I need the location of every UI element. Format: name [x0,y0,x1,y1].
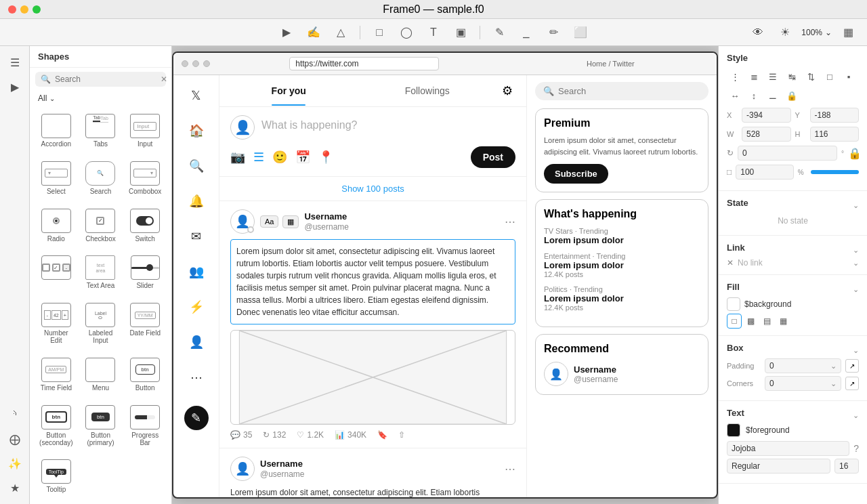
close-dot[interactable] [8,5,16,14]
mock-post-1-retweet[interactable]: ↻ 132 [263,430,286,440]
post-button[interactable]: Post [471,146,515,168]
mock-nav-home-icon[interactable]: 🏠 [184,119,209,143]
mock-nav-twitter-icon[interactable]: 𝕏 [184,83,209,108]
search-clear-icon[interactable]: ✕ [161,75,167,84]
image-tool-icon[interactable]: ▣ [450,22,471,43]
rp-lock-icon[interactable]: 🔒 [784,87,800,104]
rp-link-expand-icon[interactable]: ⌄ [853,259,859,268]
mock-nav-lightning-icon[interactable]: ⚡ [184,295,209,319]
rp-align-left-icon[interactable]: ⋮ [727,68,743,85]
rp-w-value[interactable]: 528 [742,127,791,142]
mock-show-posts-banner[interactable]: Show 100 posts [219,177,526,201]
shape-item-combobox[interactable]: ▾ Combobox [124,157,166,202]
rp-shrink-icon[interactable]: ▪ [841,68,857,85]
compose-image-icon[interactable]: 📷 [230,150,245,165]
shape-item-button[interactable]: btn Button [124,354,166,398]
rp-font-size-value[interactable]: 16 [834,459,859,474]
shape-item-labeledinput[interactable]: Label Labeled Input [80,299,122,351]
sun-icon[interactable]: ☀ [774,22,796,43]
plugins-icon[interactable]: ★ [4,477,26,499]
mock-post-1-comment[interactable]: 💬 35 [230,430,252,440]
mock-nav-bell-icon[interactable]: 🔔 [184,189,209,213]
mock-post-1-bookmark[interactable]: 🔖 [377,430,387,440]
text-tool-icon[interactable]: T [423,22,444,43]
subscribe-button[interactable]: Subscribe [544,164,608,184]
canvas-area[interactable]: https://twitter.com Home / Twitter 𝕏 🏠 🔍… [172,46,718,504]
mock-nav-compose-icon[interactable]: ✎ [184,406,209,430]
rp-state-chevron-icon[interactable]: ⌄ [853,201,859,210]
rp-expand-icon[interactable]: □ [822,68,838,85]
components-icon[interactable]: ⨁ [4,428,26,450]
shape-item-slider[interactable]: Slider [124,251,166,296]
shape-item-textarea[interactable]: text area Text Area [80,251,122,296]
rp-font-question-icon[interactable]: ? [853,443,859,454]
layout-icon[interactable]: ▦ [837,22,859,43]
rp-link-x-icon[interactable]: ✕ [727,258,734,268]
rp-flip-h-icon[interactable]: ↔ [727,87,743,104]
shapes-search-input[interactable] [55,75,156,84]
shape-item-switch[interactable]: Switch [124,205,166,249]
rp-padding-expand-icon[interactable]: ⌄ [830,362,837,371]
rp-fill-solid-icon[interactable]: □ [727,314,742,329]
maximize-dot[interactable] [33,5,41,14]
rp-align-right-icon[interactable]: ☰ [765,68,781,85]
shape-item-menu[interactable]: Menu [80,354,122,398]
rp-rotation-value[interactable]: 0 [738,146,837,161]
mock-compose-input[interactable]: What is happening? [261,115,515,135]
rp-text-chevron-icon[interactable]: ⌄ [853,411,859,420]
mock-nav-person-icon[interactable]: 👤 [184,330,209,354]
shape-item-checkbox[interactable]: ✓ Checkbox [80,205,122,249]
format-aa-button[interactable]: Aa [260,215,278,228]
compose-list-icon[interactable]: ☰ [253,150,264,165]
rp-text-color-swatch[interactable] [727,423,740,437]
rp-padding-value[interactable]: 0 ⌄ [765,358,841,373]
rp-arrange-icon[interactable]: ⚊ [765,87,781,104]
rp-corners-expand-button[interactable]: ↗ [845,377,859,390]
rp-h-value[interactable]: 116 [810,127,860,142]
shape-item-accordion[interactable]: Accordion [35,110,77,154]
rp-font-name[interactable]: Jojoba [727,441,849,456]
mock-post-1-menu-icon[interactable]: ⋯ [505,215,515,228]
rp-box-chevron-icon[interactable]: ⌄ [853,346,859,355]
compose-calendar-icon[interactable]: 📅 [295,150,310,165]
menu-icon[interactable]: ☰ [4,51,26,73]
mock-url-bar[interactable]: https://twitter.com [289,57,438,70]
rectangle-tool-icon[interactable]: □ [368,22,390,43]
right-search-input[interactable] [558,86,700,96]
rp-align-center-icon[interactable]: ≣ [746,68,762,85]
mock-nav-mail-icon[interactable]: ✉ [184,224,209,249]
circle-tool-icon[interactable]: ◯ [396,22,417,43]
rp-x-value[interactable]: -394 [742,108,791,123]
minimize-dot[interactable] [20,5,28,14]
rp-fill-gradient-icon[interactable]: ▩ [743,314,758,329]
play-icon[interactable]: ▶ [4,76,26,98]
shape-item-button-secondary[interactable]: btn Button (seconday) [35,401,77,453]
rp-distribute-h-icon[interactable]: ↹ [784,68,800,85]
mock-tab-followings[interactable]: Followings [358,76,497,106]
shape-item-select[interactable]: ▾ Select [35,157,77,202]
format-grid-button[interactable]: ▦ [282,215,299,228]
shape-item-radio[interactable]: Radio [35,205,77,249]
eraser-tool-icon[interactable]: ⬜ [570,22,591,43]
zoom-control[interactable]: 100% ⌄ [801,28,832,37]
shape-tool-icon[interactable]: △ [330,22,352,43]
layers-icon[interactable]: ⸅ [4,404,26,425]
rp-opacity-value[interactable]: 100 [736,165,793,180]
shapes-search-box[interactable]: 🔍 ✕ [35,72,166,87]
mock-right-search[interactable]: 🔍 [535,82,709,100]
mock-nav-people-icon[interactable]: 👥 [184,259,209,284]
mock-post-1-share[interactable]: ⇧ [398,430,405,440]
shape-item-input[interactable]: Input Input [124,110,166,154]
compose-location-icon[interactable]: 📍 [318,150,333,165]
pen-tool-icon[interactable]: ✎ [488,22,510,43]
rp-link-chevron-icon[interactable]: ⌄ [853,246,859,255]
rp-distribute-v-icon[interactable]: ⇅ [803,68,819,85]
rp-opacity-slider[interactable] [811,170,859,174]
shape-item-tooltip[interactable]: ToolTip Tooltip [35,455,77,500]
shape-item-checkbox2[interactable]: ✓ - [35,251,77,296]
shape-item-timefield[interactable]: AM/PM Time Field [35,354,77,398]
rp-fill-chevron-icon[interactable]: ⌄ [853,285,859,294]
preview-icon[interactable]: 👁 [747,22,769,43]
rp-fill-image-icon[interactable]: ▦ [776,314,790,329]
shape-item-tabs[interactable]: Tab Tab Tabs [80,110,122,154]
